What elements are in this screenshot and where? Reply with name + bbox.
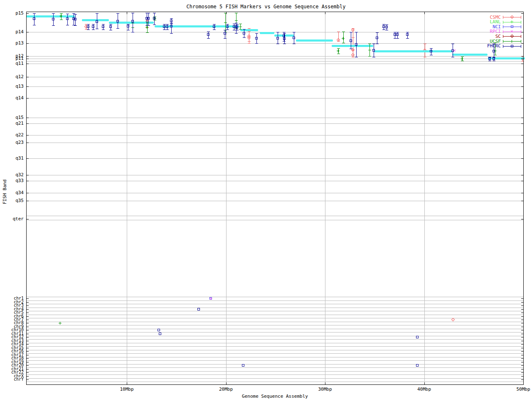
legend-marker-lanl bbox=[510, 20, 513, 23]
y-tick bbox=[26, 59, 29, 59]
plot-area: p15p14p13p12p11q11q12q13q14q15q21q22q23q… bbox=[0, 0, 532, 399]
y-tick bbox=[26, 219, 29, 219]
band-label: q13 bbox=[0, 84, 24, 89]
y-tick bbox=[521, 362, 524, 362]
y-tick bbox=[26, 201, 29, 201]
y-tick bbox=[26, 365, 29, 366]
y-tick bbox=[521, 56, 524, 57]
legend-label-sc: SC bbox=[463, 34, 501, 39]
y-tick bbox=[26, 376, 29, 377]
y-tick bbox=[521, 358, 524, 359]
band-label: q23 bbox=[0, 140, 24, 145]
legend-sample-cap bbox=[503, 45, 503, 48]
legend-sample-cap bbox=[521, 21, 521, 24]
y-tick bbox=[26, 77, 29, 77]
x-tick bbox=[127, 382, 127, 385]
y-tick bbox=[26, 135, 29, 135]
y-tick bbox=[26, 358, 29, 359]
y-tick bbox=[521, 372, 524, 373]
fish-map-chart: Chromosome 5 FISH Markers vs Genome Sequ… bbox=[0, 0, 532, 399]
y-tick bbox=[521, 201, 524, 201]
x-tick bbox=[523, 382, 524, 385]
x-tick bbox=[127, 12, 127, 14]
x-tick bbox=[325, 382, 325, 385]
y-tick bbox=[521, 43, 524, 44]
y-tick bbox=[521, 376, 524, 377]
band-label: q14 bbox=[0, 96, 24, 100]
legend-sample-cap bbox=[503, 21, 503, 24]
y-tick bbox=[26, 372, 29, 373]
y-tick bbox=[26, 341, 29, 341]
y-tick bbox=[521, 98, 524, 99]
y-tick bbox=[26, 316, 29, 317]
band-label: p15 bbox=[0, 11, 24, 15]
y-tick bbox=[26, 334, 29, 334]
y-tick bbox=[26, 175, 29, 175]
y-tick bbox=[26, 158, 29, 159]
band-label: p13 bbox=[0, 41, 24, 45]
y-tick bbox=[26, 351, 29, 352]
band-label: q35 bbox=[0, 199, 24, 203]
legend-sample-cap bbox=[503, 25, 503, 28]
y-tick bbox=[26, 123, 29, 124]
y-tick bbox=[26, 86, 29, 87]
y-tick bbox=[26, 43, 29, 44]
y-tick bbox=[26, 181, 29, 181]
y-tick bbox=[521, 193, 524, 193]
y-tick bbox=[26, 330, 29, 330]
y-tick bbox=[521, 175, 524, 175]
legend-marker-ucsf bbox=[510, 40, 513, 43]
band-label: q33 bbox=[0, 179, 24, 183]
legend-marker-fhcrc bbox=[511, 45, 513, 47]
y-tick bbox=[521, 123, 524, 124]
band-label: q32 bbox=[0, 173, 24, 177]
legend-label-ucsf: UCSF bbox=[463, 39, 501, 44]
y-tick bbox=[26, 302, 29, 303]
plot-border bbox=[26, 12, 524, 385]
legend-sample-cap bbox=[503, 40, 503, 43]
y-tick bbox=[521, 351, 524, 352]
legend-marker-nci bbox=[511, 25, 513, 28]
legend-sample-cap bbox=[503, 35, 503, 38]
band-label: q31 bbox=[0, 156, 24, 160]
legend-sample-cap bbox=[521, 30, 521, 33]
band-label: qter bbox=[0, 217, 24, 221]
y-tick bbox=[521, 309, 524, 310]
y-tick bbox=[521, 323, 524, 323]
band-label: q12 bbox=[0, 75, 24, 79]
y-tick bbox=[521, 337, 524, 337]
y-tick bbox=[26, 305, 29, 306]
y-tick bbox=[521, 77, 524, 77]
y-tick bbox=[521, 305, 524, 306]
y-tick bbox=[521, 316, 524, 317]
y-tick bbox=[521, 365, 524, 366]
y-tick bbox=[26, 362, 29, 362]
y-tick bbox=[26, 344, 29, 345]
y-tick bbox=[521, 135, 524, 135]
legend-label-fhcrc: FHCRC bbox=[463, 44, 501, 48]
y-tick bbox=[26, 32, 29, 32]
y-tick bbox=[26, 309, 29, 310]
y-tick bbox=[521, 219, 524, 219]
legend-label-nci: NCI bbox=[463, 25, 501, 29]
x-tick-label: 10Mbp bbox=[114, 387, 139, 392]
legend-sample-cap bbox=[521, 40, 521, 43]
y-tick bbox=[521, 143, 524, 143]
y-tick bbox=[521, 64, 524, 64]
legend-sample-cap bbox=[503, 16, 503, 19]
y-tick bbox=[26, 56, 29, 57]
y-tick bbox=[521, 330, 524, 330]
y-tick bbox=[26, 13, 29, 14]
y-tick bbox=[521, 334, 524, 334]
band-label: q34 bbox=[0, 191, 24, 195]
y-tick bbox=[521, 341, 524, 341]
y-tick bbox=[26, 337, 29, 337]
y-tick bbox=[26, 64, 29, 64]
y-tick bbox=[521, 379, 524, 380]
band-label: q21 bbox=[0, 121, 24, 126]
y-tick bbox=[26, 369, 29, 369]
y-tick bbox=[521, 118, 524, 118]
y-tick bbox=[521, 158, 524, 159]
x-tick bbox=[523, 12, 524, 14]
y-tick bbox=[26, 348, 29, 348]
